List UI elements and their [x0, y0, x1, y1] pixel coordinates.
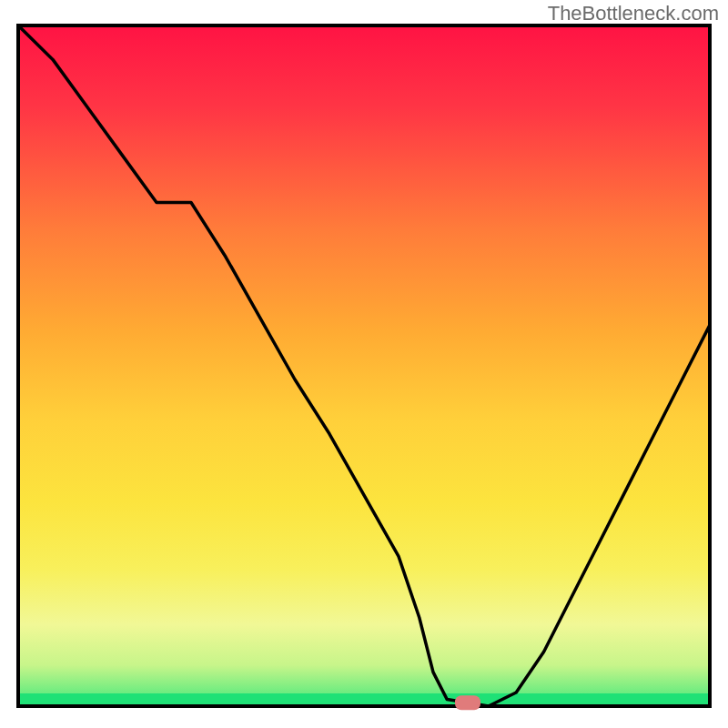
minimum-marker	[455, 695, 480, 710]
gradient-background	[18, 25, 710, 706]
chart-container: TheBottleneck.com	[0, 0, 728, 728]
watermark-text: TheBottleneck.com	[548, 2, 719, 25]
green-bottom-band	[18, 693, 710, 706]
chart-svg	[0, 0, 728, 728]
plot-area	[18, 25, 710, 710]
